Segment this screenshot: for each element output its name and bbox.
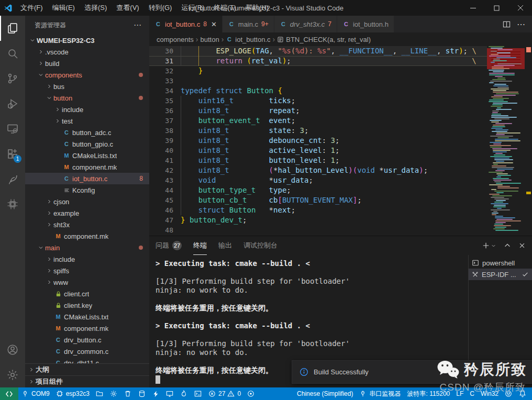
status-flash-device[interactable]	[149, 387, 163, 400]
code-line-37[interactable]: 37 button_event_t event;	[149, 116, 487, 126]
code-line-45[interactable]: 45 button_cb_t cb[BUTTON_EVENT_MAX];	[149, 195, 487, 205]
line-number[interactable]: 46	[149, 205, 181, 215]
tree-item-component-mk[interactable]: Mcomponent.mk	[25, 323, 149, 334]
tab-iot-button-c[interactable]: Ciot_button.c8✕	[149, 16, 223, 32]
activity-settings[interactable]	[0, 362, 25, 387]
line-number[interactable]: 47	[149, 215, 181, 225]
line-number[interactable]: 48	[149, 225, 181, 235]
status-idf-terminal[interactable]	[191, 387, 205, 400]
tree-item-build[interactable]: build	[25, 58, 149, 69]
tree-item-vscode[interactable]: .vscode	[25, 46, 149, 58]
tab-drv-sht3x-c[interactable]: Cdrv_sht3x.c7	[274, 16, 337, 32]
tree-item-button-adc-c[interactable]: Cbutton_adc.c	[25, 127, 149, 138]
breadcrumb-item-button[interactable]: button	[201, 36, 219, 43]
line-number[interactable]: 41	[149, 155, 181, 165]
menu-转到-g[interactable]: 转到(G)	[144, 0, 177, 16]
line-number[interactable]: 43	[149, 175, 181, 185]
status-device-target[interactable]: esp32c3	[53, 387, 93, 400]
breadcrumb-item-btn-check[interactable]: BTN_CHECK(a, str, ret_val)	[277, 36, 371, 43]
tree-item-kconfig[interactable]: Kconfig	[25, 184, 149, 196]
panel-tab-问题[interactable]: 问题27	[156, 236, 182, 255]
activity-search[interactable]	[0, 41, 25, 66]
close-tab-icon[interactable]: ✕	[211, 20, 217, 28]
line-number[interactable]: 35	[149, 96, 181, 106]
panel-tab-调试控制台[interactable]: 调试控制台	[243, 236, 278, 255]
tree-item-client-key[interactable]: client.key	[25, 299, 149, 311]
code-line-34[interactable]: 34typedef struct Button {	[149, 86, 487, 96]
breadcrumb-item-iot-button-c[interactable]: Ciot_button.c	[226, 36, 270, 43]
tree-item-drv-common-c[interactable]: Cdrv_common.c	[25, 346, 149, 357]
code-line-30[interactable]: 30 ESP_LOGE(TAG, "%s(%d): %s", __FUNCTIO…	[149, 46, 487, 56]
status-serial-port[interactable]: COM9	[18, 387, 53, 400]
tree-item-client-crt[interactable]: client.crt	[25, 288, 149, 299]
code-line-47[interactable]: 47} button_dev_t;	[149, 215, 487, 225]
menu-编辑-e[interactable]: 编辑(E)	[48, 0, 80, 16]
status-erase-flash[interactable]	[135, 387, 149, 400]
status-full-clean[interactable]	[121, 387, 135, 400]
tree-item-drv-button-c[interactable]: Cdrv_button.c	[25, 334, 149, 346]
status-monitor-device[interactable]	[163, 387, 177, 400]
line-number[interactable]: 38	[149, 126, 181, 136]
code-line-31[interactable]: 31 return (ret_val); \	[149, 56, 487, 66]
tree-item-component-mk[interactable]: Mcomponent.mk	[25, 230, 149, 242]
code-line-40[interactable]: 40 uint8_t active_level: 1;	[149, 146, 487, 155]
tree-item-wumei-esp32-c3[interactable]: WUMEI-ESP32-C3	[25, 35, 149, 46]
panel-tab-输出[interactable]: 输出	[218, 236, 232, 255]
code-line-46[interactable]: 46 struct Button *next;	[149, 205, 487, 215]
status-language-mode[interactable]: Chinese (Simplified)	[294, 387, 356, 400]
line-number[interactable]: 36	[149, 106, 181, 116]
activity-source-control[interactable]	[0, 66, 25, 91]
code-editor[interactable]: 30 ESP_LOGE(TAG, "%s(%d): %s", __FUNCTIO…	[149, 46, 487, 236]
close-panel-icon[interactable]	[518, 242, 526, 249]
tree-item-cmakelists-txt[interactable]: MCMakeLists.txt	[25, 311, 149, 323]
line-number[interactable]: 30	[149, 46, 181, 56]
new-terminal-button[interactable]	[482, 242, 496, 249]
maximize-button[interactable]	[485, 0, 508, 16]
code-line-39[interactable]: 39 uint8_t debounce_cnt: 3;	[149, 136, 487, 146]
menu-选择-s[interactable]: 选择(S)	[80, 0, 112, 16]
activity-esp-chip[interactable]	[0, 192, 25, 217]
status-serial-monitor[interactable]: 串口监视器	[356, 387, 404, 400]
activity-remote-explorer[interactable]	[0, 116, 25, 141]
menu-文件-f[interactable]: 文件(F)	[16, 0, 48, 16]
tree-item-drv-dht11-c[interactable]: Cdrv_dht11.c	[25, 357, 149, 363]
activity-run-debug[interactable]	[0, 91, 25, 116]
line-number[interactable]: 32	[149, 66, 181, 76]
panel-tab-终端[interactable]: 终端	[193, 236, 207, 255]
code-line-36[interactable]: 36 uint8_t repeat;	[149, 106, 487, 116]
code-line-41[interactable]: 41 uint8_t button_level: 1;	[149, 155, 487, 165]
tree-item-button-gpio-c[interactable]: Cbutton_gpio.c	[25, 138, 149, 150]
line-number[interactable]: 42	[149, 165, 181, 175]
code-line-42[interactable]: 42 uint8_t (*hal_button_Level)(void *usr…	[149, 165, 487, 175]
tree-item-button[interactable]: button	[25, 92, 149, 104]
activity-espressif[interactable]	[0, 166, 25, 192]
tree-item-component-mk[interactable]: Mcomponent.mk	[25, 161, 149, 173]
tree-item-spiffs[interactable]: spiffs	[25, 265, 149, 276]
code-line-44[interactable]: 44 button_type_t type;	[149, 185, 487, 195]
tree-item-include[interactable]: include	[25, 104, 149, 115]
tree-item-example[interactable]: example	[25, 207, 149, 219]
tree-item-components[interactable]: components	[25, 69, 149, 81]
line-number[interactable]: 33	[149, 76, 181, 86]
status-file-type[interactable]: C	[467, 387, 478, 400]
status-remote[interactable]	[0, 387, 18, 400]
tree-item-main[interactable]: main	[25, 242, 149, 253]
line-number[interactable]: 40	[149, 146, 181, 155]
split-editor-icon[interactable]	[503, 20, 511, 28]
tree-item-sht3x[interactable]: sht3x	[25, 219, 149, 230]
activity-extensions[interactable]: 1	[0, 141, 25, 166]
activity-explorer[interactable]	[0, 16, 25, 41]
editor-scrollbar[interactable]	[525, 46, 532, 236]
line-number[interactable]: 31	[149, 56, 181, 66]
explorer-more-actions-icon[interactable]: ⋯	[134, 20, 142, 30]
line-number[interactable]: 37	[149, 116, 181, 126]
status-feedback[interactable]	[502, 387, 516, 400]
status-gist[interactable]	[244, 387, 258, 400]
code-line-35[interactable]: 35 uint16_t ticks;	[149, 96, 487, 106]
minimize-button[interactable]	[461, 0, 485, 16]
tree-item-test[interactable]: test	[25, 115, 149, 127]
close-button[interactable]	[508, 0, 532, 16]
line-number[interactable]: 45	[149, 195, 181, 205]
code-line-38[interactable]: 38 uint8_t state: 3;	[149, 126, 487, 136]
tree-item-include[interactable]: include	[25, 253, 149, 265]
